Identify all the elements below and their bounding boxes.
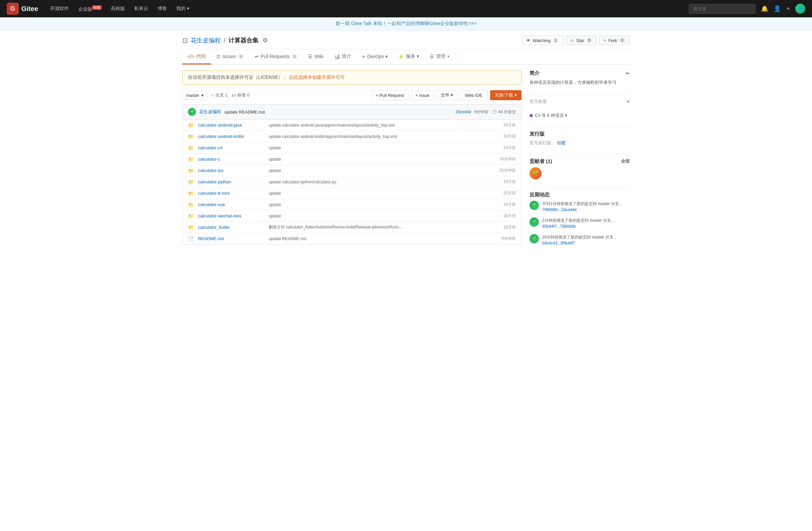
file-commit-msg: update [269,146,499,150]
file-name[interactable]: calculator-tt-mini [198,191,265,196]
repo-settings-icon[interactable]: ⚙ [262,37,268,44]
repo-type-icon: ⊡ [182,37,188,44]
nav-private-cloud[interactable]: 私有云 [130,4,152,14]
file-commit-msg: update [269,202,499,207]
tab-stats-label: 统计 [342,54,351,59]
announcement-link[interactable]: 新一期 Gitee Talk 来啦！一起和产品经理聊聊Gitee企业版新特性>>… [336,21,476,26]
commit-count: 🕐 44 次提交 [492,109,516,115]
search-input[interactable] [689,4,756,14]
tab-devops[interactable]: ∞ DevOps ▾ [357,49,393,64]
file-name[interactable]: calculator-ios [198,168,265,173]
repo-owner-link[interactable]: 花生皮编程 [191,37,221,44]
avatar[interactable]: 🌐 [795,4,805,14]
file-time: 18天前 [504,133,516,139]
fork-count: 0 [619,38,625,43]
sidebar-intro: 简介 ✏ 各种语言实现的计算器，方便编程初学者学习 [530,70,630,86]
branch-icon: ⑂ [211,93,214,98]
logo-area[interactable]: G Gitee [7,3,38,15]
file-time: 19天前 [504,145,516,150]
tab-manage[interactable]: ☰ 管理 • [424,49,455,64]
tab-pullrequests[interactable]: ⇌ Pull Requests 0 [249,49,303,64]
tab-code-label: 代码 [196,54,206,59]
commit-author[interactable]: 花生皮编程 [199,109,221,115]
contributor-avatar-0[interactable]: 🌱 [530,167,541,180]
activity-item: 🌱 2分钟前推送了新的提交到 master 分支，85b44f7...79806… [530,217,630,229]
file-name[interactable]: calculator-wechat-mini [198,213,265,218]
user-icon[interactable]: 👤 [773,5,781,12]
star-count: 0 [586,38,593,43]
plus-icon[interactable]: + [786,5,790,12]
fork-label: Fork [608,38,617,43]
commit-hash[interactable]: 2dced4d [456,110,471,114]
folder-icon: 📁 [188,202,194,207]
breadcrumb-separator: / [224,37,227,44]
tab-issues[interactable]: ⊡ Issues 0 [211,49,249,64]
notification-icon[interactable]: 🔔 [761,5,768,12]
sidebar-language: C# 等 6 种语言 ▾ [530,113,630,118]
nav-enterprise[interactable]: 企业版特惠 [74,3,105,14]
tab-wiki[interactable]: ☰ Wiki [303,49,329,64]
nav-university[interactable]: 高校版 [107,4,129,14]
pull-request-button[interactable]: + Pull Request [371,90,408,100]
file-button[interactable]: 文件 ▾ [436,90,458,100]
nav-opensource[interactable]: 开源软件 [46,4,73,14]
edit-icon[interactable]: ✏ [626,71,630,76]
folder-icon: 📁 [188,145,194,150]
services-icon: ⚡ [398,54,404,59]
contributors-all-link[interactable]: 全部 [621,158,630,164]
activity-link[interactable]: b9cdc43...85b44f7 [542,241,575,245]
file-name[interactable]: calculator_flutter [198,225,265,230]
file-name[interactable]: calculator-android-kotlin [198,134,265,139]
fork-button[interactable]: ⑂ Fork 0 [599,36,630,45]
tag-icon: 🏷 [232,93,236,98]
folder-icon: 📁 [188,168,194,173]
file-time: 18天前 [504,202,516,207]
file-commit-msg: update calculator-android-java/app/src/m… [269,123,499,128]
file-name[interactable]: README.md [198,236,265,241]
create-release-link[interactable]: 创建 [557,140,566,145]
activity-avatar: 🌱 [530,217,539,227]
nav-mine[interactable]: 我的 ▾ [172,4,193,14]
release-title-label: 发行版 [530,131,545,137]
file-name[interactable]: calculator-vue [198,202,265,207]
brand-name: Gitee [21,5,38,13]
tab-code[interactable]: </> 代码 [182,49,211,64]
sidebar-activity: 近期动态 🌱 不到1分钟前推送了新的提交到 master 分支，798068b.… [530,192,630,246]
tag-count-label: 标签 0 [237,92,250,98]
add-tag-icon[interactable]: + [627,99,630,104]
repo-header: ⊡ 花生皮编程 / 计算器合集 ⚙ 👁 Watching 1 ☆ Star 0 … [182,30,630,49]
file-list: 📁 calculator-android-java update calcula… [183,119,521,244]
tab-pr-label: Pull Requests [261,54,289,59]
sidebar: 简介 ✏ 各种语言实现的计算器，方便编程初学者学习 暂无标签 + C# 等 6 … [530,70,630,254]
announcement-bar: 新一期 Gitee Talk 来啦！一起和产品经理聊聊Gitee企业版新特性>>… [0,17,812,30]
branch-count: ⑂ 分支 1 [211,92,228,98]
tab-services[interactable]: ⚡ 服务 ▾ [393,49,424,64]
folder-icon: 📁 [188,225,194,230]
nav-blog[interactable]: 博客 [154,4,171,14]
pr-badge: 0 [291,54,298,59]
watch-button[interactable]: 👁 Watching 1 [522,36,563,45]
file-name[interactable]: calculator-c# [198,145,265,150]
file-name[interactable]: calculator-c [198,157,265,162]
license-link[interactable]: 点此选择并创建开源许可可 [289,74,345,80]
divider-1 [530,94,630,95]
web-ide-button[interactable]: Web IDE [460,90,488,100]
issue-button[interactable]: + Issue [411,90,434,100]
language-item[interactable]: C# 等 6 种语言 ▾ [530,113,630,118]
activity-link[interactable]: 798068b...2dced4d [542,207,577,212]
nav-right: 🔔 👤 + 🌐 [689,4,805,14]
file-name[interactable]: calculator-android-java [198,123,265,128]
stats-icon: 📊 [334,54,340,59]
star-button[interactable]: ☆ Star 0 [566,36,597,45]
tab-stats[interactable]: 📊 统计 [329,49,357,64]
file-time: 18天前 [504,122,516,128]
clone-button[interactable]: 克隆/下载 ▾ [490,90,522,100]
table-row: 📁 calculator-android-kotlin update calcu… [183,131,521,142]
release-text: 暂无发行版， [530,140,555,145]
file-time: 18天前 [504,225,516,230]
file-commit-msg: update README.md. [269,236,497,241]
file-name[interactable]: calculator-python [198,180,265,184]
branch-select[interactable]: master ▾ [182,91,207,100]
repo-tabs: </> 代码 ⊡ Issues 0 ⇌ Pull Requests 0 ☰ Wi… [182,49,630,65]
activity-link[interactable]: 85b44f7...798068b [542,224,576,229]
